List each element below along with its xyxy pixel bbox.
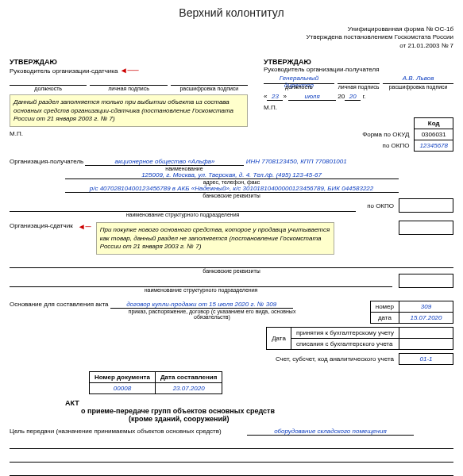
okpo-value: 12345678 — [415, 140, 453, 152]
docnum-header: Номер документа — [90, 372, 156, 383]
basis-num: 309 — [399, 301, 453, 313]
purpose-value: оборудование складского помещения — [247, 428, 414, 436]
director-value: Генеральный директор — [264, 75, 334, 84]
right-head-label: Руководитель организации-получателя — [264, 66, 453, 73]
empty-code-table-2 — [399, 274, 453, 288]
arrow-sender-icon: ◄─ — [78, 222, 91, 231]
docdate: 23.07.2020 — [155, 383, 222, 394]
okpo2-label: по ОКПО — [362, 199, 399, 213]
recipient-value: акционерное общество «Альфа» — [85, 158, 244, 166]
form-number: Унифицированная форма № ОС-1б — [10, 25, 453, 33]
left-post-sub: должность — [10, 86, 87, 91]
left-head-label: Руководитель организации-сдатчика ◄── — [10, 66, 248, 75]
act-label: АКТ — [65, 399, 79, 407]
act-title: о приеме-передаче групп объектов основны… — [81, 407, 453, 415]
docdate-header: Дата составления — [155, 372, 222, 383]
unit-sub-2: наименование структурного подразделения — [10, 287, 392, 293]
bank-sub-2: банковские реквизиты — [10, 268, 453, 274]
blank-line-3 — [10, 278, 392, 287]
arrow-left-icon: ◄── — [120, 66, 139, 75]
addr-sub: адрес, телефон, факс — [10, 179, 453, 185]
okpo-table-2: по ОКПО — [362, 198, 453, 213]
date-box-label: Дата — [267, 328, 291, 350]
code-header: Код — [415, 118, 453, 129]
blank-line-2 — [10, 259, 453, 268]
director-name: А.В. Львов — [383, 75, 453, 84]
account-label: Счет, субсчет, код аналитического учета — [276, 355, 394, 363]
okud-label: Форма по ОКУД — [357, 129, 415, 140]
blank-line-1 — [10, 203, 356, 212]
recipient-inn: ИНН 7708123450, КПП 770801001 — [246, 158, 347, 165]
right-sig-sub: личная подпись — [338, 84, 380, 90]
form-meta: Унифицированная форма № ОС-1б Утверждена… — [10, 25, 453, 50]
blank-line-5 — [10, 454, 453, 463]
form-date: от 21.01.2003 № 7 — [10, 42, 453, 50]
accept-label: принятия к бухгалтерскому учету — [291, 328, 399, 339]
recipient-addr: 125009, г. Москва, ул. Тверская, д. 4. Т… — [10, 171, 453, 179]
right-date: «23» июля 2020 г. — [264, 93, 453, 101]
okud-value: 0306031 — [415, 129, 453, 140]
doc-table: Номер документаДата составления 0000823.… — [89, 371, 222, 394]
account-table: 01-1 — [399, 353, 453, 365]
writeoff-label: списания с бухгалтерского учета — [291, 339, 399, 350]
left-name-sub: расшифровка подписи — [171, 86, 248, 91]
basis-label: Основание для составления акта — [10, 301, 108, 308]
date-box-table: Датапринятия к бухгалтерскому учету спис… — [266, 327, 453, 350]
left-sig-sub: личная подпись — [90, 86, 167, 91]
codes-table: Код Форма по ОКУД0306031 по ОКПО12345678 — [357, 117, 453, 152]
basis-sub: приказ, распоряжение, договор (с указани… — [121, 309, 303, 320]
docnum: 00008 — [90, 383, 156, 394]
blank-line-6 — [10, 467, 453, 476]
basis-num-table: номер309 дата15.07.2020 — [370, 301, 453, 324]
note-left: Данный раздел заполняется только при выб… — [10, 94, 248, 127]
sender-label: Организация-сдатчик — [10, 222, 73, 229]
mp-right: М.П. — [264, 104, 453, 111]
basis-num-label: номер — [370, 301, 399, 313]
page-header: Верхний колонтитул — [10, 6, 453, 19]
note-sender: При покупке нового основного средства, к… — [96, 222, 334, 255]
bank-sub: банковские реквизиты — [10, 193, 453, 198]
purpose-label: Цель передачи (назначение принимаемых об… — [10, 428, 222, 435]
act-sub: (кроме зданий, сооружений) — [129, 415, 453, 423]
mp-label: М.П. — [10, 130, 248, 137]
basis-date: 15.07.2020 — [399, 313, 453, 324]
right-name-sub: расшифровка подписи — [383, 84, 453, 90]
approve-left-title: УТВЕРЖДАЮ — [10, 58, 248, 66]
okpo-label: по ОКПО — [357, 140, 415, 152]
approve-right-title: УТВЕРЖДАЮ — [264, 58, 453, 66]
right-post-sub: должность — [264, 84, 334, 90]
empty-code-table — [399, 221, 453, 235]
unit-sub-1: наименование структурного подразделения — [10, 212, 356, 217]
recipient-bank: р/с 40702810400123456789 в АКБ «Надежный… — [10, 185, 453, 193]
recipient-sub: наименование — [105, 166, 264, 171]
account-value: 01-1 — [399, 354, 453, 365]
blank-line-4 — [10, 440, 453, 449]
basis-date-label: дата — [370, 313, 399, 324]
recipient-label: Организация-получатель — [10, 158, 83, 165]
basis-value: договор купли-продажи от 15 июля 2020 г.… — [110, 301, 293, 309]
form-approved: Утверждена постановлением Госкомстата Ро… — [10, 33, 453, 41]
